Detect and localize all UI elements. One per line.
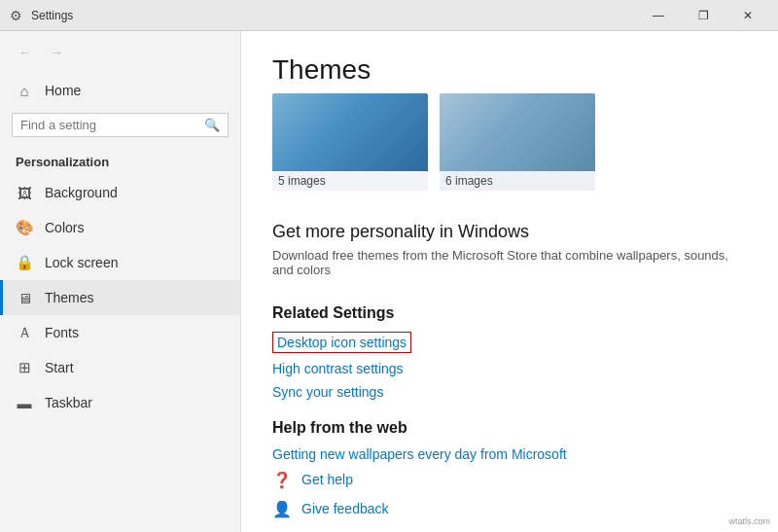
theme-card-1-label: 5 images — [272, 171, 428, 191]
feedback-icon: 👤 — [272, 499, 292, 518]
sidebar-item-background[interactable]: 🖼 Background — [0, 175, 240, 210]
personality-heading: Get more personality in Windows — [272, 222, 747, 242]
sidebar-item-colors[interactable]: 🎨 Colors — [0, 210, 240, 245]
close-button[interactable]: ✕ — [725, 0, 770, 31]
theme-preview-1 — [272, 93, 428, 171]
sidebar-item-lock-screen[interactable]: 🔒 Lock screen — [0, 245, 240, 280]
fonts-label: Fonts — [45, 325, 79, 340]
section-title: Personalization — [0, 143, 240, 175]
home-item[interactable]: ⌂ Home — [0, 74, 240, 107]
app-container: ← → ⌂ Home 🔍 Personalization 🖼 Backgroun… — [0, 31, 778, 532]
theme-card-2-label: 6 images — [440, 171, 595, 191]
sidebar-item-start[interactable]: ⊞ Start — [0, 350, 240, 385]
titlebar-controls: — ❐ ✕ — [636, 0, 770, 31]
feedback-label: Give feedback — [301, 501, 389, 516]
high-contrast-link[interactable]: High contrast settings — [272, 361, 747, 376]
sidebar-item-taskbar[interactable]: ▬ Taskbar — [0, 385, 240, 420]
lock-icon: 🔒 — [16, 254, 33, 271]
titlebar: ⚙ Settings — ❐ ✕ — [0, 0, 778, 31]
get-help-link[interactable]: ❓ Get help — [272, 470, 747, 489]
titlebar-left: ⚙ Settings — [8, 8, 73, 23]
sidebar: ← → ⌂ Home 🔍 Personalization 🖼 Backgroun… — [0, 31, 241, 532]
related-settings-title: Related Settings — [272, 304, 747, 322]
forward-button[interactable]: → — [43, 39, 70, 66]
personality-desc: Download free themes from the Microsoft … — [272, 248, 747, 277]
get-help-label: Get help — [301, 472, 353, 487]
themes-label: Themes — [45, 290, 94, 305]
themes-icon: 🖥 — [16, 289, 33, 306]
theme-images-row: 5 images 6 images — [272, 93, 747, 191]
theme-card-1[interactable]: 5 images — [272, 93, 428, 191]
search-box[interactable]: 🔍 — [12, 113, 229, 137]
watermark: wtatls.com — [728, 516, 770, 526]
taskbar-label: Taskbar — [45, 395, 92, 410]
sidebar-item-fonts[interactable]: Ａ Fonts — [0, 315, 240, 350]
wallpapers-link[interactable]: Getting new wallpapers every day from Mi… — [272, 446, 747, 462]
search-icon: 🔍 — [204, 118, 220, 132]
colors-icon: 🎨 — [16, 219, 33, 236]
sync-settings-link[interactable]: Sync your settings — [272, 384, 747, 400]
theme-preview-2 — [440, 93, 595, 171]
start-label: Start — [45, 360, 74, 375]
colors-label: Colors — [45, 220, 84, 235]
home-label: Home — [45, 83, 81, 98]
page-title: Themes — [272, 54, 747, 86]
maximize-button[interactable]: ❐ — [681, 0, 725, 31]
desktop-icon-settings-link[interactable]: Desktop icon settings — [272, 332, 411, 353]
settings-icon: ⚙ — [8, 8, 23, 23]
titlebar-title: Settings — [31, 9, 73, 22]
home-icon: ⌂ — [16, 82, 33, 99]
theme-card-2[interactable]: 6 images — [440, 93, 595, 191]
minimize-button[interactable]: — — [636, 0, 681, 31]
lock-screen-label: Lock screen — [45, 255, 118, 270]
taskbar-icon: ▬ — [16, 394, 33, 411]
background-icon: 🖼 — [16, 184, 33, 201]
start-icon: ⊞ — [16, 359, 33, 376]
help-section-title: Help from the web — [272, 419, 747, 437]
main-content: Themes 5 images 6 images Get more person… — [241, 31, 778, 532]
background-label: Background — [45, 185, 118, 200]
feedback-link[interactable]: 👤 Give feedback — [272, 499, 747, 518]
sidebar-item-themes[interactable]: 🖥 Themes — [0, 280, 240, 315]
sidebar-nav: ← → — [0, 31, 240, 74]
search-input[interactable] — [20, 118, 204, 132]
fonts-icon: Ａ — [16, 324, 33, 341]
get-help-icon: ❓ — [272, 470, 292, 489]
back-button[interactable]: ← — [12, 39, 39, 66]
